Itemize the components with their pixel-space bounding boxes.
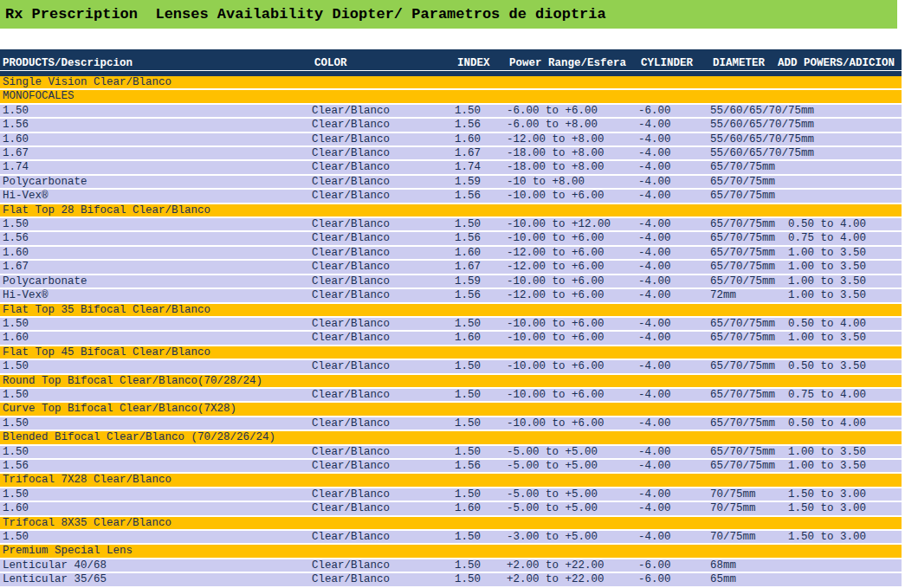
cell-color: Clear/Blanco — [312, 247, 455, 259]
cell-power-range: -12.00 to +6.00 — [507, 261, 638, 273]
cell-add-powers: 1.50 to 3.00 — [788, 502, 902, 514]
cell-cylinder: -6.00 — [638, 559, 710, 572]
table-row: 1.60Clear/Blanco1.60-5.00 to +5.00-4.007… — [0, 502, 902, 516]
cell-cylinder: -4.00 — [638, 232, 710, 244]
cell-products: 1.50 — [0, 446, 312, 458]
cell-index: 1.56 — [455, 460, 507, 472]
cell-power-range: -5.00 to +5.00 — [507, 502, 638, 514]
table-row: 1.50Clear/Blanco1.50-5.00 to +5.00-4.006… — [0, 446, 902, 460]
title-bar: Rx Prescription Lenses Availability Diop… — [0, 0, 897, 29]
cell-add-powers — [788, 559, 902, 572]
cell-index: 1.56 — [455, 232, 507, 244]
cell-index: 1.60 — [455, 247, 507, 259]
cell-color: Clear/Blanco — [312, 360, 455, 372]
cell-diameter: 55/60/65/70/75mm — [710, 147, 788, 159]
cell-diameter: 65mm — [710, 573, 788, 585]
cell-power-range: +2.00 to +22.00 — [507, 573, 638, 585]
cell-cylinder: -4.00 — [638, 289, 710, 301]
cell-products: Hi-Vex® — [0, 190, 312, 202]
cell-color: Clear/Blanco — [312, 488, 455, 501]
cell-products: Polycarbonate — [0, 176, 312, 188]
cell-color: Clear/Blanco — [312, 389, 455, 401]
cell-power-range: -10.00 to +6.00 — [507, 232, 638, 244]
cell-index: 1.50 — [455, 446, 507, 458]
cell-add-powers — [788, 133, 902, 145]
cell-cylinder: -4.00 — [638, 176, 710, 188]
cell-add-powers: 1.00 to 3.50 — [788, 247, 902, 259]
cell-power-range: -10.00 to +12.00 — [507, 218, 638, 230]
cell-power-range: -3.00 to +5.00 — [507, 531, 638, 543]
cell-products: 1.67 — [0, 261, 312, 273]
section-label: Round Top Bifocal Clear/Blanco(70/28/24) — [0, 375, 312, 387]
cell-cylinder: -4.00 — [638, 133, 710, 145]
column-header-color: COLOR — [314, 58, 457, 69]
cell-add-powers — [788, 105, 902, 117]
section-label: Curve Top Bifocal Clear/Blanco(7X28) — [0, 403, 312, 415]
table-row: PolycarbonateClear/Blanco1.59-10 to +8.0… — [0, 176, 902, 190]
cell-cylinder: -6.00 — [638, 573, 710, 585]
cell-add-powers: 0.75 to 4.00 — [788, 389, 902, 401]
table-row: PolycarbonateClear/Blanco1.59-10.00 to +… — [0, 275, 902, 289]
cell-diameter: 65/70/75mm — [710, 318, 788, 330]
cell-power-range: -6.00 to +6.00 — [507, 105, 638, 117]
cell-index: 1.60 — [455, 332, 507, 344]
cell-products: Hi-Vex® — [0, 289, 312, 301]
cell-color: Clear/Blanco — [312, 289, 455, 301]
cell-cylinder: -4.00 — [638, 446, 710, 458]
cell-diameter: 65/70/75mm — [710, 190, 788, 202]
table-row: 1.67Clear/Blanco1.67-18.00 to +8.00-4.00… — [0, 147, 902, 161]
cell-add-powers — [788, 190, 902, 202]
cell-index: 1.50 — [455, 559, 507, 572]
table-row: Hi-Vex®Clear/Blanco1.56-10.00 to +6.00-4… — [0, 190, 902, 204]
table-row: 1.50Clear/Blanco1.50-10.00 to +6.00-4.00… — [0, 417, 902, 431]
cell-diameter: 65/70/75mm — [710, 389, 788, 401]
column-header-power-range: Power Range/Esfera — [509, 58, 641, 69]
section-row: Trifocal 7X28 Clear/Blanco — [0, 474, 902, 488]
cell-products: 1.67 — [0, 147, 312, 159]
cell-index: 1.50 — [455, 488, 507, 501]
cell-index: 1.50 — [455, 218, 507, 230]
table-row: Lenticular 40/68Clear/Blanco1.50+2.00 to… — [0, 559, 902, 573]
cell-add-powers: 1.00 to 3.50 — [788, 446, 902, 458]
cell-cylinder: -4.00 — [638, 119, 710, 131]
section-row: Flat Top 45 Bifocal Clear/Blanco — [0, 346, 902, 360]
cell-diameter: 65/70/75mm — [710, 275, 788, 288]
cell-power-range: -18.00 to +8.00 — [507, 147, 638, 159]
cell-diameter: 65/70/75mm — [710, 460, 788, 472]
cell-products: 1.50 — [0, 360, 312, 372]
cell-add-powers — [788, 573, 902, 585]
table-row: 1.50Clear/Blanco1.50-10.00 to +6.00-4.00… — [0, 360, 902, 374]
cell-diameter: 68mm — [710, 559, 788, 572]
cell-power-range: -10 to +8.00 — [507, 176, 638, 188]
cell-add-powers: 1.50 to 3.00 — [788, 531, 902, 543]
cell-products: 1.50 — [0, 531, 312, 543]
cell-color: Clear/Blanco — [312, 232, 455, 244]
cell-cylinder: -4.00 — [638, 161, 710, 173]
cell-diameter: 65/70/75mm — [710, 332, 788, 344]
cell-index: 1.56 — [455, 190, 507, 202]
cell-cylinder: -4.00 — [638, 332, 710, 344]
cell-index: 1.50 — [455, 389, 507, 401]
table-row: 1.56Clear/Blanco1.56-5.00 to +5.00-4.006… — [0, 460, 902, 474]
cell-index: 1.67 — [455, 261, 507, 273]
cell-color: Clear/Blanco — [312, 531, 455, 543]
cell-power-range: -18.00 to +8.00 — [507, 161, 638, 173]
cell-add-powers: 0.50 to 3.50 — [788, 360, 902, 372]
table-header-row: PRODUCTS/Descripcion COLOR INDEX Power R… — [0, 58, 902, 71]
table-row: 1.60Clear/Blanco1.60-10.00 to +6.00-4.00… — [0, 332, 902, 346]
cell-products: 1.60 — [0, 332, 312, 344]
cell-color: Clear/Blanco — [312, 573, 455, 585]
table-row: 1.50Clear/Blanco1.50-10.00 to +6.00-4.00… — [0, 389, 902, 403]
cell-power-range: -10.00 to +6.00 — [507, 275, 638, 288]
cell-diameter: 65/70/75mm — [710, 247, 788, 259]
cell-index: 1.60 — [455, 502, 507, 514]
cell-products: 1.56 — [0, 232, 312, 244]
cell-cylinder: -4.00 — [638, 218, 710, 230]
cell-index: 1.74 — [455, 161, 507, 173]
cell-diameter: 65/70/75mm — [710, 176, 788, 188]
cell-products: 1.50 — [0, 488, 312, 501]
cell-add-powers: 0.50 to 4.00 — [788, 218, 902, 230]
table-row: 1.60Clear/Blanco1.60-12.00 to +6.00-4.00… — [0, 247, 902, 261]
cell-products: 1.50 — [0, 218, 312, 230]
section-row: Curve Top Bifocal Clear/Blanco(7X28) — [0, 403, 902, 417]
